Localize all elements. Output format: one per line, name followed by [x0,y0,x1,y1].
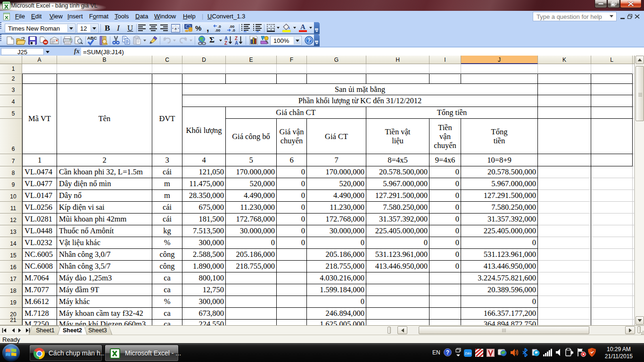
svg-text:A: A [235,41,238,45]
svg-text:Z: Z [224,41,227,45]
svg-text:?: ? [446,349,449,356]
svg-text:ABC: ABC [87,35,97,41]
svg-text:Zalo: Zalo [465,352,471,355]
svg-text:?: ? [307,37,311,44]
svg-text:.00: .00 [215,28,221,33]
svg-text:.0: .0 [232,28,235,33]
svg-text:a: a [175,26,177,31]
